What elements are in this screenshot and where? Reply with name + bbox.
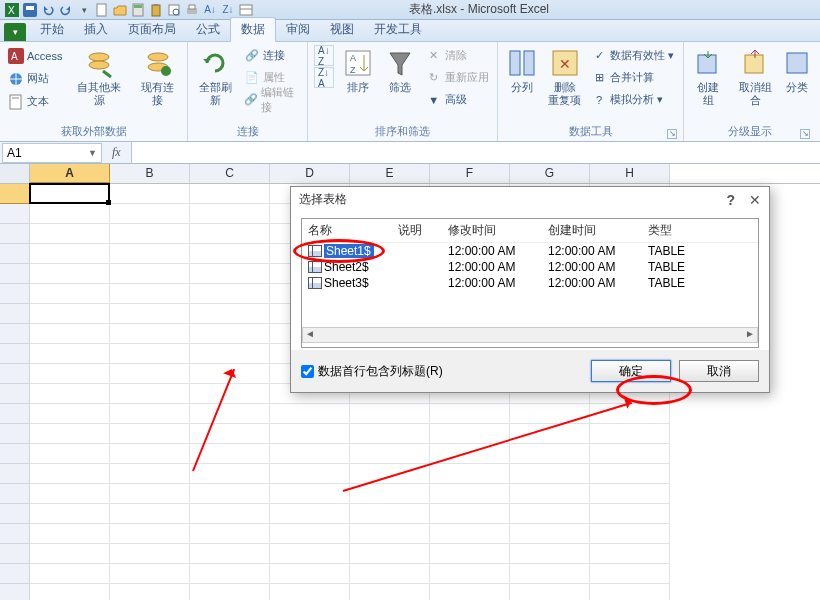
cell[interactable] bbox=[590, 564, 670, 584]
whatif-button[interactable]: ?模拟分析 ▾ bbox=[589, 89, 676, 110]
cell[interactable] bbox=[190, 284, 270, 304]
cell[interactable] bbox=[110, 564, 190, 584]
cell[interactable] bbox=[350, 524, 430, 544]
ok-button[interactable]: 确定 bbox=[591, 360, 671, 382]
group-button[interactable]: 创建组 bbox=[690, 45, 726, 109]
help-icon[interactable]: ? bbox=[726, 192, 735, 208]
cell[interactable] bbox=[510, 404, 590, 424]
cell[interactable] bbox=[590, 404, 670, 424]
cell[interactable] bbox=[590, 484, 670, 504]
from-access-button[interactable]: AAccess bbox=[6, 45, 64, 66]
cell[interactable] bbox=[270, 544, 350, 564]
cell[interactable] bbox=[110, 244, 190, 264]
open-icon[interactable] bbox=[112, 2, 128, 18]
cell[interactable] bbox=[110, 204, 190, 224]
cell[interactable] bbox=[110, 584, 190, 600]
cell[interactable] bbox=[110, 264, 190, 284]
cell[interactable] bbox=[110, 464, 190, 484]
cell[interactable] bbox=[30, 504, 110, 524]
row-head[interactable] bbox=[0, 344, 30, 364]
advanced-filter-button[interactable]: ▼高级 bbox=[424, 89, 491, 110]
chevron-down-icon[interactable]: ▼ bbox=[88, 148, 97, 158]
col-head-D[interactable]: D bbox=[270, 164, 350, 183]
cell[interactable] bbox=[110, 484, 190, 504]
cell[interactable] bbox=[110, 504, 190, 524]
first-row-headers-checkbox[interactable]: 数据首行包含列标题(R) bbox=[301, 363, 443, 380]
cell[interactable] bbox=[430, 464, 510, 484]
cell[interactable] bbox=[270, 584, 350, 600]
cell[interactable] bbox=[30, 224, 110, 244]
cell[interactable] bbox=[590, 504, 670, 524]
tab-data[interactable]: 数据 bbox=[230, 17, 276, 42]
cell[interactable] bbox=[270, 444, 350, 464]
cell[interactable] bbox=[190, 204, 270, 224]
cell[interactable] bbox=[510, 564, 590, 584]
cell[interactable] bbox=[110, 224, 190, 244]
cell[interactable] bbox=[590, 444, 670, 464]
cell[interactable] bbox=[590, 464, 670, 484]
table-row[interactable]: Sheet3$12:00:00 AM12:00:00 AMTABLE bbox=[302, 275, 758, 291]
row-head[interactable] bbox=[0, 464, 30, 484]
sort-desc-icon[interactable]: Z↓ bbox=[220, 2, 236, 18]
cell[interactable] bbox=[510, 524, 590, 544]
cell[interactable] bbox=[270, 524, 350, 544]
cell[interactable] bbox=[430, 524, 510, 544]
row-head[interactable] bbox=[0, 284, 30, 304]
row-head[interactable] bbox=[0, 524, 30, 544]
tab-start[interactable]: 开始 bbox=[30, 18, 74, 41]
tab-layout[interactable]: 页面布局 bbox=[118, 18, 186, 41]
cell[interactable] bbox=[190, 544, 270, 564]
cell[interactable] bbox=[190, 364, 270, 384]
redo-icon[interactable] bbox=[58, 2, 74, 18]
cell[interactable] bbox=[430, 544, 510, 564]
cell[interactable] bbox=[350, 404, 430, 424]
cell[interactable] bbox=[270, 564, 350, 584]
cell[interactable] bbox=[30, 564, 110, 584]
filter-button[interactable]: 筛选 bbox=[382, 45, 418, 96]
row-head[interactable] bbox=[0, 564, 30, 584]
row-head[interactable] bbox=[0, 324, 30, 344]
cell[interactable] bbox=[110, 444, 190, 464]
cell[interactable] bbox=[30, 244, 110, 264]
cell[interactable] bbox=[190, 244, 270, 264]
cell[interactable] bbox=[30, 344, 110, 364]
cell[interactable] bbox=[190, 344, 270, 364]
cell[interactable] bbox=[510, 464, 590, 484]
from-other-button[interactable]: 自其他来源 bbox=[70, 45, 128, 109]
cell[interactable] bbox=[510, 484, 590, 504]
cell[interactable] bbox=[190, 324, 270, 344]
cell[interactable] bbox=[430, 504, 510, 524]
col-head-B[interactable]: B bbox=[110, 164, 190, 183]
cell[interactable] bbox=[190, 264, 270, 284]
cell[interactable] bbox=[430, 584, 510, 600]
cell[interactable] bbox=[350, 584, 430, 600]
text-to-columns-button[interactable]: 分列 bbox=[504, 45, 540, 96]
save-icon[interactable] bbox=[22, 2, 38, 18]
from-text-button[interactable]: 文本 bbox=[6, 91, 64, 112]
row-head[interactable] bbox=[0, 364, 30, 384]
cell[interactable] bbox=[510, 504, 590, 524]
refresh-all-button[interactable]: 全部刷新 bbox=[194, 45, 236, 109]
cell[interactable] bbox=[110, 304, 190, 324]
cell[interactable] bbox=[190, 184, 270, 204]
table-row[interactable]: Sheet1$12:00:00 AM12:00:00 AMTABLE bbox=[302, 243, 758, 259]
cell[interactable] bbox=[30, 584, 110, 600]
tab-formula[interactable]: 公式 bbox=[186, 18, 230, 41]
cell[interactable] bbox=[29, 183, 110, 204]
name-box[interactable]: A1▼ bbox=[2, 143, 102, 163]
cell[interactable] bbox=[110, 324, 190, 344]
cell[interactable] bbox=[110, 404, 190, 424]
cell[interactable] bbox=[110, 284, 190, 304]
cell[interactable] bbox=[30, 384, 110, 404]
row-head[interactable] bbox=[0, 444, 30, 464]
row-head[interactable] bbox=[0, 484, 30, 504]
row-head[interactable] bbox=[0, 204, 30, 224]
cell[interactable] bbox=[430, 444, 510, 464]
cell[interactable] bbox=[110, 384, 190, 404]
row-head[interactable] bbox=[0, 184, 30, 204]
calc-icon[interactable] bbox=[130, 2, 146, 18]
cell[interactable] bbox=[590, 584, 670, 600]
cell[interactable] bbox=[350, 464, 430, 484]
remove-duplicates-button[interactable]: ✕删除 重复项 bbox=[546, 45, 583, 109]
ungroup-button[interactable]: 取消组合 bbox=[732, 45, 778, 109]
